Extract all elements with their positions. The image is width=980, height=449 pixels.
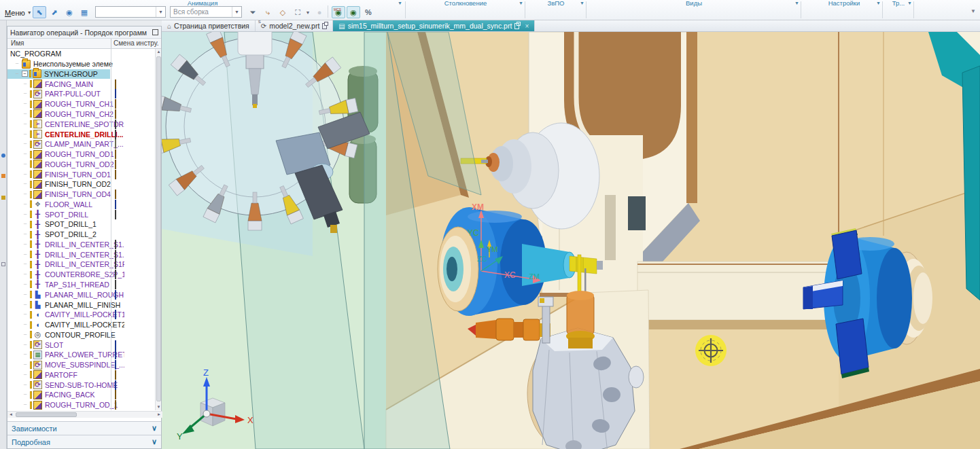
tab-model2-new[interactable]: ⟳ model2_new.prt xyxy=(256,20,334,31)
table-row[interactable]: ┄ PLANAR_MILL_FINISH xyxy=(7,300,156,310)
tab-welcome-page[interactable]: ⌂ Страница приветствия xyxy=(162,20,256,31)
selection-type-combo[interactable]: ▼ xyxy=(95,6,166,18)
table-row[interactable]: ┄ CAVITY_MILL-POCKET2 xyxy=(7,320,156,330)
scroll-left-icon[interactable]: ◄ xyxy=(7,412,14,418)
tool-eye-icon: ◉ xyxy=(350,8,357,17)
tree-connector-dots: ┄ xyxy=(16,71,22,77)
expand-collapse-icon[interactable]: − xyxy=(22,71,28,77)
tree-connector-dots: ┄ xyxy=(24,402,30,408)
table-row[interactable]: ┄ SLOT xyxy=(7,340,156,350)
show-wcs-button[interactable]: ◇ xyxy=(276,6,290,18)
resource-bar[interactable] xyxy=(0,20,7,449)
table-row[interactable]: ┄ SEND-SUB-TO-HOME xyxy=(7,380,156,390)
ribbon-group-tr[interactable]: Тр...▼ xyxy=(885,0,912,7)
vertical-scrollbar[interactable]: ▲ ▼ xyxy=(155,49,161,410)
scroll-up-icon[interactable]: ▲ xyxy=(156,49,162,55)
tree-connector-dots: ┄ xyxy=(24,162,30,167)
section-dependencies[interactable]: Зависимости ∨ xyxy=(7,421,161,435)
tab-sim15-millturn[interactable]: ▤ sim15_millturn_setup_sinumerik_mm_dual… xyxy=(333,20,535,31)
column-divider[interactable] xyxy=(111,39,111,48)
table-row[interactable]: ┄ CLAMP_MAIN_PART_... xyxy=(7,139,156,149)
column-name[interactable]: Имя xyxy=(11,39,24,47)
table-row[interactable]: ┄ ROUGH_TURN_OD_1 xyxy=(7,400,156,410)
show-mcs-button[interactable]: MCS◉ xyxy=(332,6,345,18)
table-row[interactable]: ┄ FACING_MAIN xyxy=(7,79,156,89)
scrollbar-thumb[interactable] xyxy=(16,412,77,417)
3d-viewport[interactable]: XM YC YM ZC XC ZM xyxy=(162,32,980,449)
table-row[interactable]: ┄ ROUGH_TURN_OD2 xyxy=(7,159,156,169)
table-row[interactable]: ┄ MOVE_SUBSPINDLE_... xyxy=(7,360,156,370)
chevron-down-icon: ▼ xyxy=(398,0,402,7)
section-details[interactable]: Подробная ∨ xyxy=(7,435,161,448)
table-row[interactable]: ┄ ROUGH_TURN_CH2 xyxy=(7,109,156,120)
tool-change-blue-icon xyxy=(115,310,116,319)
ribbon-group-views[interactable]: Виды▼ xyxy=(589,0,799,7)
menu-button[interactable]: Меню▼ xyxy=(2,7,35,18)
horizontal-scrollbar[interactable]: ◄ ► xyxy=(7,411,162,418)
table-row[interactable]: ┄ ROUGH_TURN_CH1 xyxy=(7,99,156,109)
ribbon-group-collision[interactable]: Столкновение▼ xyxy=(408,0,523,7)
popout-window-icon[interactable] xyxy=(322,23,327,29)
status-marker xyxy=(30,80,32,88)
maximize-panel-icon[interactable] xyxy=(152,29,158,35)
close-icon[interactable]: × xyxy=(525,22,529,30)
table-row[interactable]: ┄ − SYNCH-GROUP xyxy=(7,69,156,79)
selection-scope-combo[interactable]: Вся сборка▼ xyxy=(170,6,242,18)
status-marker xyxy=(30,401,32,409)
status-marker xyxy=(30,301,32,308)
table-row[interactable]: ┄ NC_PROGRAM xyxy=(7,49,156,59)
operation-label: CONTOUR_PROFILE xyxy=(44,331,116,339)
table-row[interactable]: ┄ CENTERLINE_DRILLI... xyxy=(7,129,156,139)
select-cursor-icon: ⬉ xyxy=(36,8,42,17)
percent-display-button[interactable]: % xyxy=(362,6,375,18)
show-tool-button[interactable]: ◉ xyxy=(347,6,360,18)
render-sphere-button[interactable]: ● xyxy=(313,6,326,18)
table-row[interactable]: ┄ DRILL_IN_CENTER_S1... xyxy=(7,249,156,259)
table-row[interactable]: ┄ FINISH_TURN_OD2 xyxy=(7,179,156,190)
square-target-icon: ⛶ xyxy=(295,8,300,17)
popout-window-icon[interactable] xyxy=(514,23,519,29)
column-tool-change[interactable]: Смена инстру. xyxy=(113,39,158,47)
selection-filter-button[interactable]: ⬈ xyxy=(48,6,61,18)
table-row[interactable]: ┄ DRILL_IN_CENTER_S1P xyxy=(7,259,156,270)
table-row[interactable]: ┄ CAVITY_MILL-POCKET1 xyxy=(7,310,156,320)
table-row[interactable]: ┄ FINISH_TURN_OD1 xyxy=(7,169,156,179)
table-row[interactable]: ┄ SPOT_DRILL_1 xyxy=(7,219,156,230)
table-row[interactable]: ┄ PARK_LOWER_TURRET xyxy=(7,350,156,360)
tool-change-gold-icon xyxy=(115,370,116,380)
status-marker xyxy=(30,231,32,238)
table-row[interactable]: ┄ PARTOFF xyxy=(7,370,156,380)
table-row[interactable]: ┄ FACING_BACK xyxy=(7,390,156,400)
table-row[interactable]: ┄ CONTOUR_PROFILE xyxy=(7,329,156,340)
scroll-right-icon[interactable]: ► xyxy=(156,412,162,418)
tool-change-drill-icon xyxy=(115,250,116,259)
group-separator xyxy=(586,1,587,18)
scrollbar-thumb[interactable] xyxy=(156,56,161,401)
table-row[interactable]: ┄ PLANAR_MILL_ROUGH xyxy=(7,289,156,300)
tree-connector-dots: ┄ xyxy=(24,392,30,397)
table-row[interactable]: ┄ ROUGH_TURN_OD1 xyxy=(7,149,156,160)
ribbon-overflow-icon[interactable]: ▼ xyxy=(970,8,976,14)
scroll-down-icon[interactable]: ▼ xyxy=(156,404,162,410)
filter-button[interactable]: ⏷ xyxy=(246,6,260,18)
table-row[interactable]: ┄ FINISH_TURN_OD4 xyxy=(7,190,156,200)
table-row[interactable]: ┄ SPOT_DRILL_2 xyxy=(7,230,156,240)
table-row[interactable]: ┄ DRILL_IN_CENTER_S1... xyxy=(7,240,156,250)
table-row[interactable]: ┄ TAP_S1H_THREAD xyxy=(7,280,156,290)
operation-label: MOVE_SUBSPINDLE_... xyxy=(44,361,124,369)
table-row[interactable]: ┄ FLOOR_WALL xyxy=(7,199,156,209)
select-highlight-button[interactable]: ⬉ xyxy=(33,6,46,18)
table-row[interactable]: ┄ CENTERLINE_SPOTDR... xyxy=(7,119,156,129)
column-divider-line xyxy=(111,49,111,410)
window-target-button[interactable]: ⛶ xyxy=(291,6,304,18)
rectangle-select-button[interactable]: ▦ xyxy=(77,6,91,18)
table-row[interactable]: ┄ PART-PULL-OUT xyxy=(7,89,156,99)
table-row[interactable]: ┄ Неиспользуемые элементы xyxy=(7,59,156,69)
snap-point-button[interactable]: ◉ xyxy=(63,6,76,18)
ribbon-group-zvpo[interactable]: ЗвПО▼ xyxy=(527,0,584,7)
ribbon-group-settings[interactable]: Настройки▼ xyxy=(807,0,881,7)
target-dropdown[interactable]: ▼ xyxy=(304,6,311,18)
move-to-layer-button[interactable]: ⤷ xyxy=(261,6,275,18)
table-row[interactable]: ┄ SPOT_DRILL xyxy=(7,209,156,219)
table-row[interactable]: ┄ COUNTERBORE_S2P_1 xyxy=(7,270,156,280)
